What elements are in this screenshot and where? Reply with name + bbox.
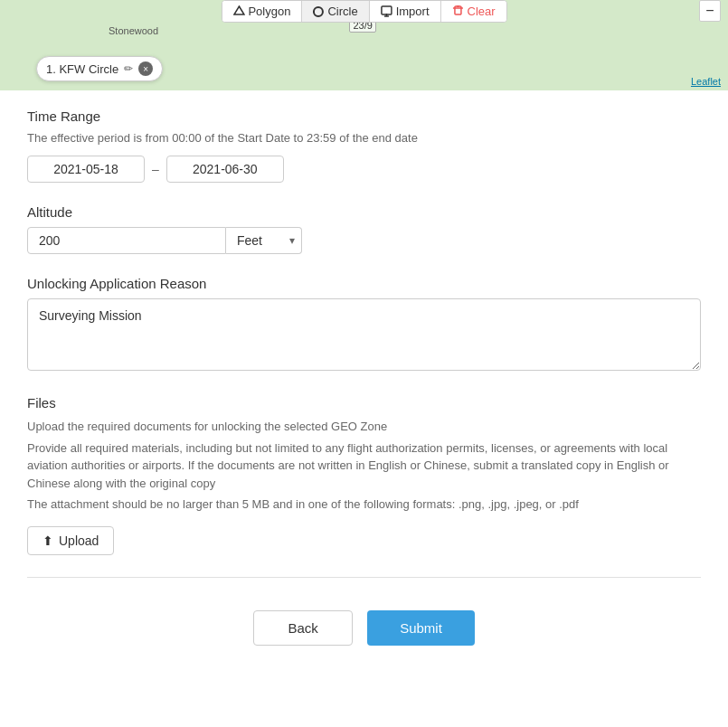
kfw-badge-text: 1. KFW Circle: [46, 62, 118, 76]
altitude-input[interactable]: [27, 227, 226, 254]
polygon-icon: [232, 5, 244, 17]
kfw-circle-badge: 1. KFW Circle ✏ ×: [36, 56, 163, 81]
upload-icon: ⬆: [43, 533, 53, 548]
date-separator: –: [152, 162, 159, 176]
leaflet-attribution: Leaflet: [691, 76, 721, 87]
time-range-section: Time Range The effective period is from …: [27, 109, 701, 183]
time-range-label: Time Range: [27, 109, 701, 124]
files-desc1: Upload the required documents for unlock…: [27, 418, 701, 436]
import-tool-button[interactable]: Import: [370, 1, 441, 22]
kfw-edit-icon: ✏: [124, 62, 133, 75]
clear-icon: [451, 5, 463, 17]
svg-rect-1: [382, 6, 392, 14]
import-label: Import: [396, 5, 430, 18]
back-button[interactable]: Back: [253, 610, 353, 646]
altitude-row: Feet Meters: [27, 227, 701, 254]
polygon-label: Polygon: [248, 5, 290, 18]
kfw-close-button[interactable]: ×: [138, 61, 153, 76]
footer-buttons: Back Submit: [27, 596, 701, 673]
reason-label: Unlocking Application Reason: [27, 276, 701, 291]
reason-textarea[interactable]: [27, 298, 701, 371]
circle-icon: [313, 6, 324, 17]
clear-tool-button[interactable]: Clear: [440, 1, 506, 22]
clear-label: Clear: [467, 5, 495, 18]
polygon-tool-button[interactable]: Polygon: [222, 1, 302, 22]
circle-tool-button[interactable]: Circle: [302, 1, 369, 22]
altitude-section: Altitude Feet Meters: [27, 204, 701, 254]
altitude-unit-wrapper: Feet Meters: [226, 227, 302, 254]
date-range-row: –: [27, 156, 701, 183]
zoom-out-button[interactable]: −: [699, 0, 721, 22]
altitude-unit-select[interactable]: Feet Meters: [226, 227, 302, 254]
submit-button[interactable]: Submit: [367, 610, 475, 646]
start-date-input[interactable]: [27, 156, 145, 183]
altitude-label: Altitude: [27, 204, 701, 220]
upload-label: Upload: [59, 533, 99, 548]
files-desc2: Provide all required materials, includin…: [27, 439, 701, 493]
reason-section: Unlocking Application Reason: [27, 276, 701, 373]
main-content: Time Range The effective period is from …: [0, 90, 728, 691]
map-toolbar: Polygon Circle Import C: [221, 0, 506, 23]
files-label: Files: [27, 395, 701, 411]
map-background: Polygon Circle Import C: [0, 0, 728, 90]
time-range-description: The effective period is from 00:00 of th…: [27, 131, 701, 145]
end-date-input[interactable]: [166, 156, 284, 183]
upload-button[interactable]: ⬆ Upload: [27, 526, 114, 555]
map-container: Polygon Circle Import C: [0, 0, 728, 90]
footer-divider: [27, 577, 701, 578]
stonewood-label: Stonewood: [109, 25, 158, 36]
circle-label: Circle: [327, 5, 357, 18]
files-section: Files Upload the required documents for …: [27, 395, 701, 555]
svg-marker-0: [233, 6, 243, 14]
files-desc3: The attachment should be no larger than …: [27, 496, 701, 514]
import-icon: [381, 5, 392, 17]
